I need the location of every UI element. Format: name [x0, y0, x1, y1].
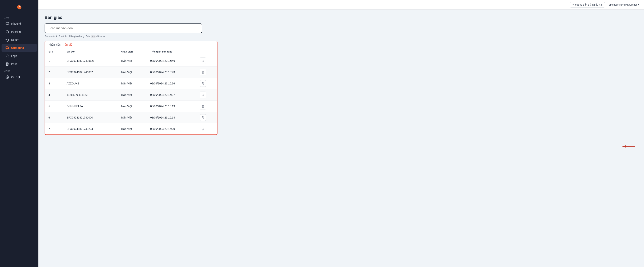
- inbound-icon: [6, 22, 9, 26]
- delete-row-button[interactable]: [200, 114, 206, 121]
- handover-table: STT Mã đơn Nhân viên Thời gian bàn giao …: [45, 48, 217, 134]
- cell-nhan-vien: Trần Việt: [118, 89, 147, 101]
- sidebar-item-outbound[interactable]: Outbound: [2, 44, 37, 52]
- main-area: ? hướng dẫn gửi khiếu nại oms.admin@swif…: [38, 0, 644, 267]
- cell-ma-don: GNNXFKA2A: [63, 101, 118, 112]
- cell-ma-don: AZZGUKS: [63, 78, 118, 89]
- sidebar: CAM Inbound Packing Return Outbound Logs: [0, 0, 38, 267]
- cell-action: [196, 101, 217, 112]
- sidebar-item-packing-label: Packing: [11, 30, 21, 33]
- sidebar-item-logs[interactable]: Logs: [2, 52, 37, 60]
- table-row: 7SPX09241821741234Trần Việt08/09/2024 23…: [45, 123, 217, 135]
- scan-hint: Scan mã vận đơn trên phiếu giao hàng. Bấ…: [44, 35, 638, 38]
- svg-point-2: [6, 49, 7, 49]
- sidebar-logo: [0, 0, 38, 15]
- cell-ma-don: 11284776411123: [63, 89, 118, 101]
- sidebar-item-return-label: Return: [11, 38, 19, 41]
- cell-ma-don: SPX092418217415121: [63, 55, 118, 67]
- table-body: 1SPX092418217415121Trần Việt08/09/2024 2…: [45, 55, 217, 135]
- packing-icon: [6, 30, 9, 34]
- cell-action: [196, 55, 217, 67]
- cell-stt: 5: [45, 101, 63, 112]
- cell-ma-don: SPX09241821741234: [63, 123, 118, 135]
- delete-row-button[interactable]: [200, 69, 206, 75]
- delete-row-button[interactable]: [200, 80, 206, 87]
- employee-name: Trần Việt: [62, 43, 73, 46]
- logs-icon: [6, 54, 9, 58]
- table-row: 5GNNXFKA2ATrần Việt08/09/2024 23:16:19: [45, 101, 217, 112]
- svg-point-3: [8, 49, 9, 49]
- page-content: Bàn giao Scan mã vận đơn trên phiếu giao…: [38, 10, 644, 267]
- table-row: 411284776411123Trần Việt08/09/2024 23:16…: [45, 89, 217, 101]
- sidebar-item-print-label: Print: [11, 63, 17, 66]
- cell-action: [196, 112, 217, 123]
- delete-row-button[interactable]: [200, 126, 206, 132]
- svg-line-5: [8, 57, 8, 57]
- delete-row-button[interactable]: [200, 103, 206, 109]
- cell-thoi-gian: 08/09/2024 23:16:36: [147, 78, 196, 89]
- col-thoi-gian: Thời gian bàn giao: [147, 48, 196, 55]
- cell-stt: 3: [45, 78, 63, 89]
- cell-stt: 4: [45, 89, 63, 101]
- cell-stt: 6: [45, 112, 63, 123]
- user-email: oms.admin@swifthub.net: [609, 3, 637, 6]
- col-action: [196, 48, 217, 55]
- table-row: 6SPX09241821741000Trần Việt08/09/2024 23…: [45, 112, 217, 123]
- svg-point-7: [7, 77, 8, 78]
- cell-thoi-gian: 08/09/2024 23:16:19: [147, 101, 196, 112]
- scan-input-wrapper: [44, 24, 202, 33]
- sidebar-item-packing[interactable]: Packing: [2, 28, 37, 36]
- svg-rect-6: [6, 65, 8, 66]
- table-row: 2SPX09241821741002Trần Việt08/09/2024 23…: [45, 67, 217, 78]
- cell-ma-don: SPX09241821741000: [63, 112, 118, 123]
- cell-action: [196, 67, 217, 78]
- svg-rect-0: [6, 22, 9, 25]
- sidebar-section-more: More: [0, 68, 38, 73]
- sidebar-item-logs-label: Logs: [11, 55, 17, 58]
- help-icon: ?: [572, 3, 574, 6]
- return-icon: [6, 38, 9, 42]
- sidebar-item-outbound-label: Outbound: [11, 46, 24, 50]
- col-stt: STT: [45, 48, 63, 55]
- help-button[interactable]: ? hướng dẫn gửi khiếu nại: [570, 2, 605, 8]
- scan-input[interactable]: [48, 27, 198, 30]
- sidebar-item-print[interactable]: Print: [2, 60, 37, 68]
- sidebar-item-return[interactable]: Return: [2, 36, 37, 44]
- cell-ma-don: SPX09241821741002: [63, 67, 118, 78]
- handover-table-card: Nhân viên: Trần Việt STT Mã đơn Nhân viê…: [44, 41, 218, 135]
- chevron-down-icon: ▾: [638, 3, 640, 6]
- sidebar-item-inbound[interactable]: Inbound: [2, 20, 37, 28]
- settings-icon: [6, 75, 9, 79]
- cell-nhan-vien: Trần Việt: [118, 112, 147, 123]
- cell-thoi-gian: 08/09/2024 23:16:27: [147, 89, 196, 101]
- sidebar-section-cam: CAM: [0, 15, 38, 20]
- table-row: 3AZZGUKSTrần Việt08/09/2024 23:16:36: [45, 78, 217, 89]
- sidebar-item-inbound-label: Inbound: [11, 22, 21, 25]
- sidebar-item-settings[interactable]: Cài đặt: [2, 73, 37, 81]
- cell-nhan-vien: Trần Việt: [118, 123, 147, 135]
- cell-nhan-vien: Trần Việt: [118, 101, 147, 112]
- print-icon: [6, 62, 9, 66]
- cell-nhan-vien: Trần Việt: [118, 67, 147, 78]
- cell-action: [196, 123, 217, 135]
- cell-nhan-vien: Trần Việt: [118, 78, 147, 89]
- header: ? hướng dẫn gửi khiếu nại oms.admin@swif…: [38, 0, 644, 10]
- cell-stt: 1: [45, 55, 63, 67]
- user-menu[interactable]: oms.admin@swifthub.net ▾: [609, 3, 640, 6]
- svg-point-4: [6, 55, 8, 57]
- cell-thoi-gian: 08/09/2024 23:16:00: [147, 123, 196, 135]
- sidebar-item-settings-label: Cài đặt: [11, 76, 20, 79]
- cell-action: [196, 78, 217, 89]
- cell-thoi-gian: 08/09/2024 23:16:14: [147, 112, 196, 123]
- svg-rect-1: [6, 47, 8, 49]
- delete-row-button[interactable]: [200, 58, 206, 64]
- cell-thoi-gian: 08/09/2024 23:16:46: [147, 55, 196, 67]
- delete-row-button[interactable]: [200, 92, 206, 98]
- cell-stt: 2: [45, 67, 63, 78]
- cell-nhan-vien: Trần Việt: [118, 55, 147, 67]
- cell-action: [196, 89, 217, 101]
- help-label: hướng dẫn gửi khiếu nại: [575, 3, 602, 6]
- col-nhan-vien: Nhân viên: [118, 48, 147, 55]
- cell-thoi-gian: 08/09/2024 23:16:43: [147, 67, 196, 78]
- outbound-icon: [6, 46, 9, 50]
